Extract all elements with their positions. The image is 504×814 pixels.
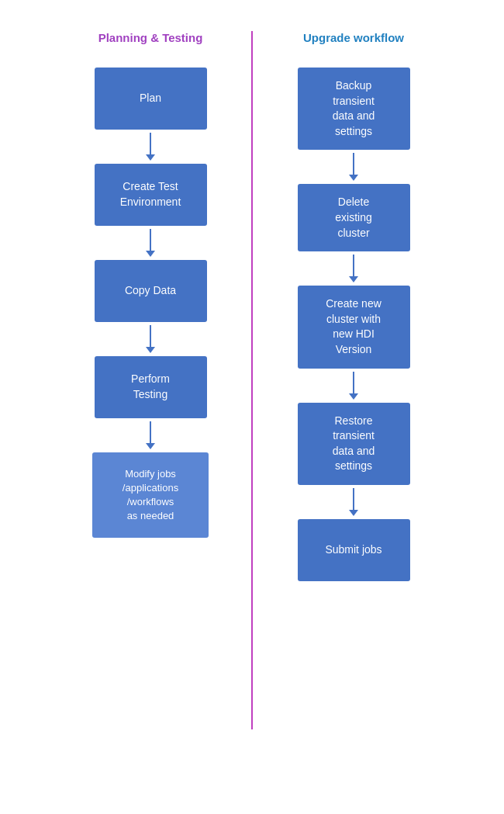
arrow-r4 [349,488,358,516]
arrow-3 [146,325,155,353]
arrow-line [150,229,151,251]
arrow-head [146,251,155,257]
arrow-head [349,510,358,516]
arrow-2 [146,229,155,257]
arrow-r1 [349,153,358,181]
columns-container: Planning & Testing Plan Create Test Envi… [16,31,488,729]
arrow-head [349,276,358,282]
arrow-r2 [349,255,358,282]
flow-box-copy-data: Copy Data [95,260,207,322]
right-column-title: Upgrade workflow [303,31,404,44]
flow-box-create-test: Create Test Environment [95,164,207,226]
flow-box-submit-jobs: Submit jobs [298,519,410,581]
column-divider [251,31,253,729]
arrow-4 [146,421,155,449]
arrow-line [353,488,354,510]
right-column: Upgrade workflow Backup transient data a… [276,31,431,729]
page: Planning & Testing Plan Create Test Envi… [0,0,504,814]
arrow-head [349,393,358,400]
arrow-r3 [349,372,358,400]
arrow-line [353,255,354,276]
arrow-head [146,154,155,161]
arrow-line [150,133,151,154]
arrow-head [349,175,358,181]
flow-box-modify-jobs: Modify jobs /applications /workflows as … [92,452,209,538]
flow-box-perform-testing: Perform Testing [95,356,207,418]
flow-box-create-cluster: Create new cluster with new HDI Version [298,286,410,368]
arrow-1 [146,133,155,161]
left-column: Planning & Testing Plan Create Test Envi… [73,31,228,729]
flow-box-plan: Plan [95,68,207,130]
arrow-head [146,443,155,449]
arrow-line [353,372,354,393]
left-column-title: Planning & Testing [98,31,203,44]
flow-box-restore: Restore transient data and settings [298,403,410,485]
arrow-line [150,325,151,347]
arrow-head [146,347,155,353]
arrow-line [150,421,151,443]
flow-box-delete-cluster: Delete existing cluster [298,184,410,251]
flow-box-backup: Backup transient data and settings [298,68,410,150]
arrow-line [353,153,354,175]
